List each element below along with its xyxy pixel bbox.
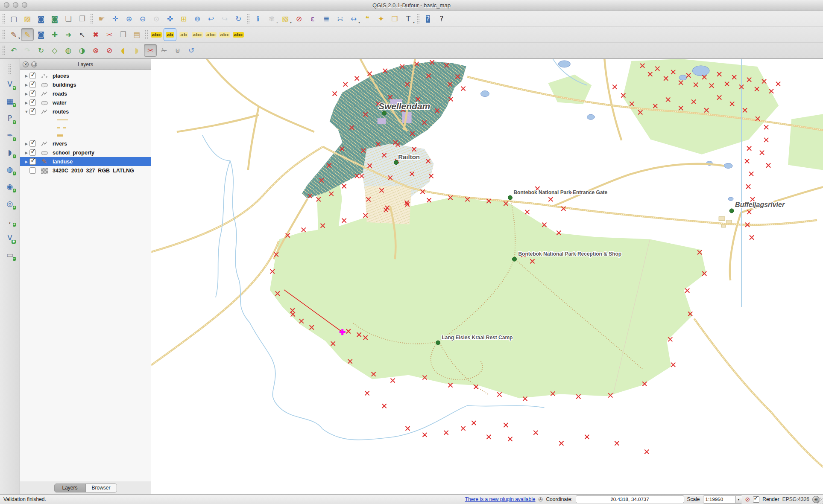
close-window-button[interactable] [4, 2, 9, 8]
layer-item-buildings[interactable]: ▶✓buildings [20, 80, 151, 89]
zoom-to-selection-button[interactable]: ⊞ [177, 12, 190, 25]
panel-tab-browser[interactable]: Browser [85, 484, 117, 492]
scale-dropdown-icon[interactable]: ▼ [735, 496, 742, 503]
layer-item-roads[interactable]: ▶✓roads [20, 89, 151, 98]
layer-item-routes[interactable]: ▼✓routes [20, 107, 151, 116]
expand-arrow-icon[interactable]: ▶ [23, 74, 29, 78]
remove-layer-button[interactable]: ▭− [3, 248, 16, 261]
copy-features-button[interactable]: ❐ [117, 28, 129, 41]
layer-item-landuse[interactable]: ▶✓✎landuse [20, 157, 151, 166]
split-features-button[interactable]: ✂ [144, 44, 157, 57]
expand-arrow-icon[interactable]: ▶ [23, 92, 29, 96]
zoom-out-button[interactable]: ⊖ [136, 12, 149, 25]
labeling-options-button[interactable]: abc [150, 28, 163, 41]
undo-button[interactable]: ↶ [7, 44, 20, 57]
add-ring-button[interactable]: ◍ [62, 44, 75, 57]
show-bookmarks-button[interactable]: ❒ [388, 12, 401, 25]
expand-arrow-icon[interactable]: ▼ [23, 110, 29, 114]
stop-rendering-icon[interactable]: ⊘ [745, 496, 750, 503]
layer-item-rivers[interactable]: ▶✓rivers [20, 139, 151, 148]
expand-arrow-icon[interactable]: ▶ [23, 151, 29, 155]
toolbar-handle[interactable] [2, 29, 6, 40]
add-vector-layer-button[interactable]: V+ [3, 78, 16, 90]
toolbar-handle[interactable] [90, 14, 94, 24]
delete-ring-button[interactable]: ⊗ [89, 44, 102, 57]
change-label-properties-button[interactable]: abc [232, 28, 245, 41]
rotate-point-symbols-button[interactable]: ↺ [185, 44, 198, 57]
layer-item-school_property[interactable]: ▶✓school_property [20, 148, 151, 157]
layer-item-3420C_2010_327_RGB_LATLNG[interactable]: 3420C_2010_327_RGB_LATLNG [20, 166, 151, 175]
resize-grip[interactable] [817, 498, 823, 504]
toolbar-handle[interactable] [145, 29, 148, 40]
rotate-feature-button[interactable]: ↻ [35, 44, 47, 57]
select-features-button[interactable]: ▧▾ [279, 12, 292, 25]
layer-visibility-checkbox[interactable]: ✓ [29, 99, 36, 106]
whats-this-button[interactable]: ? [435, 12, 448, 25]
zoom-to-layer-button[interactable]: ⊚ [191, 12, 204, 25]
save-project-as-button[interactable]: ◙ [48, 12, 61, 25]
open-attribute-table-button[interactable]: ≣ [320, 12, 333, 25]
measure-line-button[interactable]: ↔▾ [347, 12, 360, 25]
add-wms-layer-button[interactable]: ◍+ [3, 163, 16, 176]
move-feature-button[interactable]: ➜ [62, 28, 75, 41]
identify-features-button[interactable]: ℹ [252, 12, 264, 25]
text-annotation-button[interactable]: T▾ [402, 12, 415, 25]
delete-part-button[interactable]: ⊘ [103, 44, 116, 57]
split-parts-button[interactable]: ✁ [158, 44, 170, 57]
minimize-window-button[interactable] [13, 2, 18, 8]
save-layer-edits-button[interactable]: ◙ [35, 28, 47, 41]
reshape-features-button[interactable]: ◖ [117, 44, 129, 57]
map-canvas[interactable]: SwellendamRailtonBontebok National Park … [151, 59, 823, 494]
dropdown-arrow-icon[interactable]: ▾ [18, 36, 20, 40]
add-wcs-layer-button[interactable]: ◉+ [3, 180, 16, 193]
layer-item-places[interactable]: ▶✓places [20, 71, 151, 80]
toolbar-handle[interactable] [416, 14, 420, 24]
panel-tab-layers[interactable]: Layers [55, 484, 85, 492]
pan-to-selection-button[interactable]: ✛ [109, 12, 122, 25]
zoom-last-button[interactable]: ↩ [205, 12, 217, 25]
expand-arrow-icon[interactable]: ▶ [23, 160, 29, 164]
move-label-button[interactable]: abc [205, 28, 217, 41]
add-postgis-layer-button[interactable]: P+ [3, 112, 16, 125]
add-feature-button[interactable]: ✚ [48, 28, 61, 41]
new-bookmark-button[interactable]: ✦ [375, 12, 387, 25]
toolbar-handle[interactable] [2, 14, 6, 24]
paste-features-button[interactable]: ▤ [130, 28, 143, 41]
zoom-in-button[interactable]: ⊕ [123, 12, 135, 25]
redo-button[interactable]: ↷ [21, 44, 34, 57]
cut-features-button[interactable]: ✂ [103, 28, 116, 41]
zoom-next-button[interactable]: ↪ [218, 12, 231, 25]
add-wfs-layer-button[interactable]: ◎+ [3, 197, 16, 210]
layer-visibility-checkbox[interactable]: ✓ [29, 140, 36, 147]
save-project-button[interactable]: ◙ [35, 12, 47, 25]
scale-combo[interactable]: 1:19950 ▼ [703, 495, 742, 504]
layer-visibility-checkbox[interactable]: ✓ [29, 82, 36, 88]
rotate-label-button[interactable]: abc [218, 28, 231, 41]
add-spatialite-layer-button[interactable]: ✒+ [3, 129, 16, 142]
help-contents-button[interactable]: ? [422, 12, 434, 25]
dropdown-arrow-icon[interactable]: ▾ [358, 20, 360, 24]
current-edits-button[interactable]: ✎▾ [7, 28, 20, 41]
simplify-feature-button[interactable]: ◇ [48, 44, 61, 57]
toolbar-handle[interactable] [2, 45, 6, 55]
field-calculator-button[interactable]: ∺ [334, 12, 346, 25]
node-tool-button[interactable]: ↖ [76, 28, 88, 41]
run-feature-action-button[interactable]: ✾▾ [265, 12, 278, 25]
layer-visibility-checkbox[interactable]: ✓ [29, 108, 36, 115]
toolbar-handle[interactable] [8, 64, 12, 74]
merge-features-button[interactable]: ⊎ [171, 44, 184, 57]
new-project-button[interactable]: ▢ [7, 12, 20, 25]
zoom-window-button[interactable] [22, 2, 27, 8]
composer-manager-button[interactable]: ❐ [76, 12, 88, 25]
pin-labels-button[interactable]: ab [164, 28, 176, 41]
layer-visibility-checkbox[interactable] [29, 167, 36, 174]
unpin-labels-button[interactable]: ab [177, 28, 190, 41]
layer-item-water[interactable]: ▶✓water [20, 98, 151, 107]
add-raster-layer-button[interactable]: ▦+ [3, 95, 16, 108]
map-tips-button[interactable]: ❝ [361, 12, 374, 25]
add-delimited-text-layer-button[interactable]: ,+ [3, 214, 16, 227]
offset-curve-button[interactable]: ◗ [130, 44, 143, 57]
add-part-button[interactable]: ◑ [76, 44, 88, 57]
plugin-icon[interactable]: ✇ [539, 496, 543, 503]
delete-selected-button[interactable]: ✖ [89, 28, 102, 41]
